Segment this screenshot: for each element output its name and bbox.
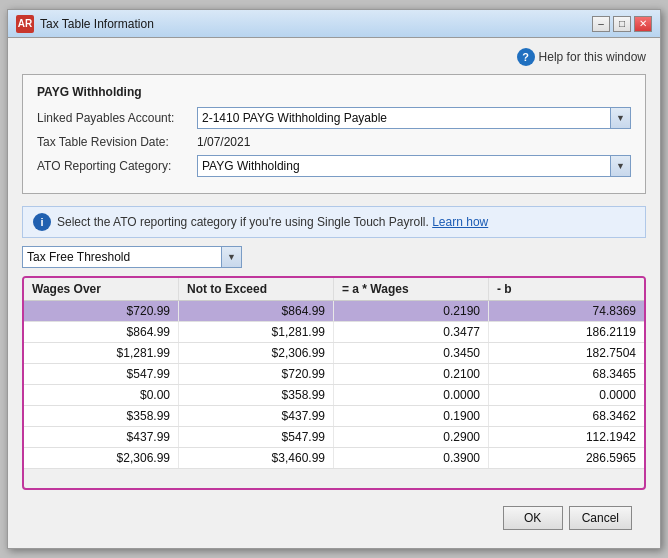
linked-account-row: Linked Payables Account: ▼ xyxy=(37,107,631,129)
table-cell-b: 286.5965 xyxy=(489,448,644,468)
table-cell-a_wages: 0.2100 xyxy=(334,364,489,384)
col-wages-over: Wages Over xyxy=(24,278,179,300)
table-cell-b: 182.7504 xyxy=(489,343,644,363)
table-cell-a_wages: 0.3900 xyxy=(334,448,489,468)
tax-table: Wages Over Not to Exceed = a * Wages - b… xyxy=(22,276,646,490)
table-cell-a_wages: 0.2900 xyxy=(334,427,489,447)
table-cell-not_exceed: $3,460.99 xyxy=(179,448,334,468)
window-title: Tax Table Information xyxy=(40,17,592,31)
linked-account-dropdown-arrow[interactable]: ▼ xyxy=(610,108,630,128)
table-cell-wages_over: $0.00 xyxy=(24,385,179,405)
table-cell-not_exceed: $437.99 xyxy=(179,406,334,426)
main-window: AR Tax Table Information – □ ✕ ? Help fo… xyxy=(7,9,661,549)
threshold-dropdown[interactable]: ▼ xyxy=(22,246,242,268)
threshold-dropdown-row: ▼ xyxy=(22,246,646,268)
window-body: ? Help for this window PAYG Withholding … xyxy=(8,38,660,548)
table-cell-wages_over: $720.99 xyxy=(24,301,179,321)
info-text: Select the ATO reporting category if you… xyxy=(57,215,488,229)
table-row[interactable]: $1,281.99$2,306.990.3450182.7504 xyxy=(24,343,644,364)
revision-date-row: Tax Table Revision Date: 1/07/2021 xyxy=(37,135,631,149)
revision-date-label: Tax Table Revision Date: xyxy=(37,135,197,149)
table-cell-not_exceed: $547.99 xyxy=(179,427,334,447)
cancel-button[interactable]: Cancel xyxy=(569,506,632,530)
table-cell-not_exceed: $720.99 xyxy=(179,364,334,384)
help-bar: ? Help for this window xyxy=(22,48,646,66)
info-icon: i xyxy=(33,213,51,231)
minimize-button[interactable]: – xyxy=(592,16,610,32)
help-button[interactable]: ? Help for this window xyxy=(517,48,646,66)
table-cell-b: 186.2119 xyxy=(489,322,644,342)
info-banner: i Select the ATO reporting category if y… xyxy=(22,206,646,238)
table-header: Wages Over Not to Exceed = a * Wages - b xyxy=(24,278,644,301)
table-row[interactable]: $547.99$720.990.210068.3465 xyxy=(24,364,644,385)
help-icon: ? xyxy=(517,48,535,66)
col-b: - b xyxy=(489,278,644,300)
help-label: Help for this window xyxy=(539,50,646,64)
table-cell-a_wages: 0.2190 xyxy=(334,301,489,321)
ato-category-field[interactable] xyxy=(198,157,610,175)
table-cell-not_exceed: $1,281.99 xyxy=(179,322,334,342)
linked-account-field[interactable] xyxy=(198,109,610,127)
table-cell-b: 68.3465 xyxy=(489,364,644,384)
linked-account-label: Linked Payables Account: xyxy=(37,111,197,125)
ato-category-row: ATO Reporting Category: ▼ xyxy=(37,155,631,177)
table-row[interactable]: $358.99$437.990.190068.3462 xyxy=(24,406,644,427)
threshold-dropdown-field[interactable] xyxy=(23,248,221,266)
ato-category-input[interactable]: ▼ xyxy=(197,155,631,177)
title-bar: AR Tax Table Information – □ ✕ xyxy=(8,10,660,38)
table-row[interactable]: $864.99$1,281.990.3477186.2119 xyxy=(24,322,644,343)
payg-section: PAYG Withholding Linked Payables Account… xyxy=(22,74,646,194)
table-cell-wages_over: $1,281.99 xyxy=(24,343,179,363)
table-cell-wages_over: $864.99 xyxy=(24,322,179,342)
maximize-button[interactable]: □ xyxy=(613,16,631,32)
ato-category-dropdown-arrow[interactable]: ▼ xyxy=(610,156,630,176)
table-cell-wages_over: $437.99 xyxy=(24,427,179,447)
learn-how-link[interactable]: Learn how xyxy=(432,215,488,229)
table-cell-b: 112.1942 xyxy=(489,427,644,447)
footer: OK Cancel xyxy=(22,498,646,538)
revision-date-value: 1/07/2021 xyxy=(197,135,250,149)
table-cell-wages_over: $358.99 xyxy=(24,406,179,426)
close-button[interactable]: ✕ xyxy=(634,16,652,32)
ato-category-label: ATO Reporting Category: xyxy=(37,159,197,173)
table-body[interactable]: $720.99$864.990.219074.8369$864.99$1,281… xyxy=(24,301,644,488)
table-cell-not_exceed: $864.99 xyxy=(179,301,334,321)
table-cell-a_wages: 0.0000 xyxy=(334,385,489,405)
table-row[interactable]: $2,306.99$3,460.990.3900286.5965 xyxy=(24,448,644,469)
table-cell-b: 68.3462 xyxy=(489,406,644,426)
table-cell-wages_over: $547.99 xyxy=(24,364,179,384)
table-cell-a_wages: 0.3450 xyxy=(334,343,489,363)
table-cell-not_exceed: $358.99 xyxy=(179,385,334,405)
window-controls: – □ ✕ xyxy=(592,16,652,32)
table-cell-b: 74.8369 xyxy=(489,301,644,321)
table-cell-b: 0.0000 xyxy=(489,385,644,405)
table-row[interactable]: $437.99$547.990.2900112.1942 xyxy=(24,427,644,448)
threshold-dropdown-arrow[interactable]: ▼ xyxy=(221,247,241,267)
table-cell-a_wages: 0.1900 xyxy=(334,406,489,426)
table-cell-a_wages: 0.3477 xyxy=(334,322,489,342)
table-row[interactable]: $720.99$864.990.219074.8369 xyxy=(24,301,644,322)
app-logo: AR xyxy=(16,15,34,33)
section-title: PAYG Withholding xyxy=(37,85,631,99)
table-cell-not_exceed: $2,306.99 xyxy=(179,343,334,363)
table-cell-wages_over: $2,306.99 xyxy=(24,448,179,468)
table-row[interactable]: $0.00$358.990.00000.0000 xyxy=(24,385,644,406)
col-not-exceed: Not to Exceed xyxy=(179,278,334,300)
col-a-wages: = a * Wages xyxy=(334,278,489,300)
linked-account-input[interactable]: ▼ xyxy=(197,107,631,129)
ok-button[interactable]: OK xyxy=(503,506,563,530)
